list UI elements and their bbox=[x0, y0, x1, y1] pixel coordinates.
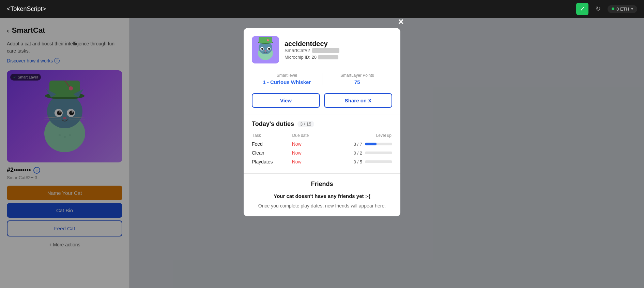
smartlayer-points-col: SmartLayer Points 75 bbox=[322, 73, 393, 85]
col-levelup-header: Level up bbox=[332, 133, 392, 138]
modal-actions: View Share on X bbox=[244, 89, 400, 115]
duty-progress-bar-1 bbox=[365, 152, 392, 154]
modal-header: accidentdecy SmartCat#2 Microchip ID: 20 bbox=[244, 28, 400, 69]
no-friends-sub: Once you complete play dates, new friend… bbox=[252, 202, 392, 210]
duty-progress-bar-2 bbox=[365, 160, 392, 163]
duties-section: Today's duties 3 / 15 Task Due date Leve… bbox=[244, 115, 400, 173]
col-due-header: Due date bbox=[292, 133, 332, 138]
duty-due-2: Now bbox=[292, 159, 332, 164]
duties-progress-badge: 3 / 15 bbox=[297, 121, 314, 127]
modal-cat-name-row: SmartCat#2 bbox=[285, 48, 339, 53]
duty-progress-fill-0 bbox=[365, 143, 377, 145]
topbar-right: ✓ ↻ 0 ETH ▾ bbox=[576, 3, 637, 15]
duties-table: Task Due date Level up Feed Now 3 / 7 Cl… bbox=[252, 133, 392, 164]
smart-level-label: Smart level bbox=[252, 73, 322, 78]
wallet-badge[interactable]: 0 ETH ▾ bbox=[608, 5, 637, 13]
duty-due-0: Now bbox=[292, 141, 332, 147]
col-task-header: Task bbox=[252, 133, 292, 138]
duty-due-1: Now bbox=[292, 150, 332, 156]
svg-rect-26 bbox=[259, 37, 272, 43]
svg-point-30 bbox=[261, 48, 263, 50]
svg-point-31 bbox=[268, 48, 270, 50]
modal-microchip-row: Microchip ID: 20 bbox=[285, 55, 339, 60]
duty-rows-container: Feed Now 3 / 7 Clean Now 0 / 2 Playdates… bbox=[252, 141, 392, 164]
main-layout: ‹ SmartCat Adopt a cat and boost their i… bbox=[0, 18, 644, 288]
wallet-text: 0 ETH bbox=[616, 6, 629, 12]
friends-section: Friends Your cat doesn't have any friend… bbox=[244, 173, 400, 216]
wallet-status-dot bbox=[612, 8, 614, 10]
check-button[interactable]: ✓ bbox=[576, 3, 588, 15]
modal-microchip-blurred bbox=[318, 55, 338, 59]
modal-username: accidentdecy bbox=[285, 40, 339, 48]
smart-level-value: 1 - Curious Whisker bbox=[252, 79, 322, 85]
duty-progress-bar-0 bbox=[365, 143, 392, 145]
smartlayer-points-value: 75 bbox=[322, 79, 393, 85]
duties-col-headers: Task Due date Level up bbox=[252, 133, 392, 138]
smartlayer-points-label: SmartLayer Points bbox=[322, 73, 393, 78]
duties-header: Today's duties 3 / 15 bbox=[252, 120, 392, 128]
modal-wrapper: ✕ bbox=[244, 28, 400, 216]
no-friends-message: Your cat doesn't have any friends yet :-… bbox=[252, 193, 392, 199]
duty-levelup-1: 0 / 2 bbox=[332, 150, 392, 156]
topbar: <TokenScript> ✓ ↻ 0 ETH ▾ bbox=[0, 0, 644, 18]
modal-user-info: accidentdecy SmartCat#2 Microchip ID: 20 bbox=[285, 40, 339, 60]
modal-microchip-label: Microchip ID: 20 bbox=[285, 55, 317, 60]
duty-task-0: Feed bbox=[252, 141, 292, 147]
modal-close-button[interactable]: ✕ bbox=[398, 18, 404, 27]
svg-point-27 bbox=[267, 39, 269, 41]
friends-title: Friends bbox=[252, 181, 392, 188]
duty-task-1: Clean bbox=[252, 150, 292, 156]
duty-count-1: 0 / 2 bbox=[351, 150, 362, 156]
svg-point-32 bbox=[265, 50, 266, 52]
modal-overlay: ✕ bbox=[0, 18, 644, 288]
duty-levelup-0: 3 / 7 bbox=[332, 142, 392, 147]
duty-row: Playdates Now 0 / 5 bbox=[252, 159, 392, 164]
duty-task-2: Playdates bbox=[252, 159, 292, 164]
modal-avatar bbox=[252, 36, 279, 63]
modal-view-button[interactable]: View bbox=[252, 93, 320, 108]
modal-cat-avatar bbox=[252, 36, 279, 63]
smart-level-col: Smart level 1 - Curious Whisker bbox=[252, 73, 322, 85]
refresh-button[interactable]: ↻ bbox=[592, 3, 604, 15]
duty-count-2: 0 / 5 bbox=[351, 159, 362, 164]
modal-cat-name-blurred bbox=[312, 48, 339, 53]
wallet-dropdown-icon[interactable]: ▾ bbox=[631, 6, 633, 11]
duty-count-0: 3 / 7 bbox=[351, 142, 362, 147]
duty-row: Clean Now 0 / 2 bbox=[252, 150, 392, 156]
duty-levelup-2: 0 / 5 bbox=[332, 159, 392, 164]
duty-row: Feed Now 3 / 7 bbox=[252, 141, 392, 147]
duties-title: Today's duties bbox=[252, 120, 294, 128]
modal-stats: Smart level 1 - Curious Whisker SmartLay… bbox=[244, 69, 400, 89]
modal-share-button[interactable]: Share on X bbox=[324, 93, 392, 108]
modal: accidentdecy SmartCat#2 Microchip ID: 20 bbox=[244, 28, 400, 216]
modal-cat-name-prefix: SmartCat#2 bbox=[285, 48, 310, 53]
app-title: <TokenScript> bbox=[7, 5, 46, 13]
